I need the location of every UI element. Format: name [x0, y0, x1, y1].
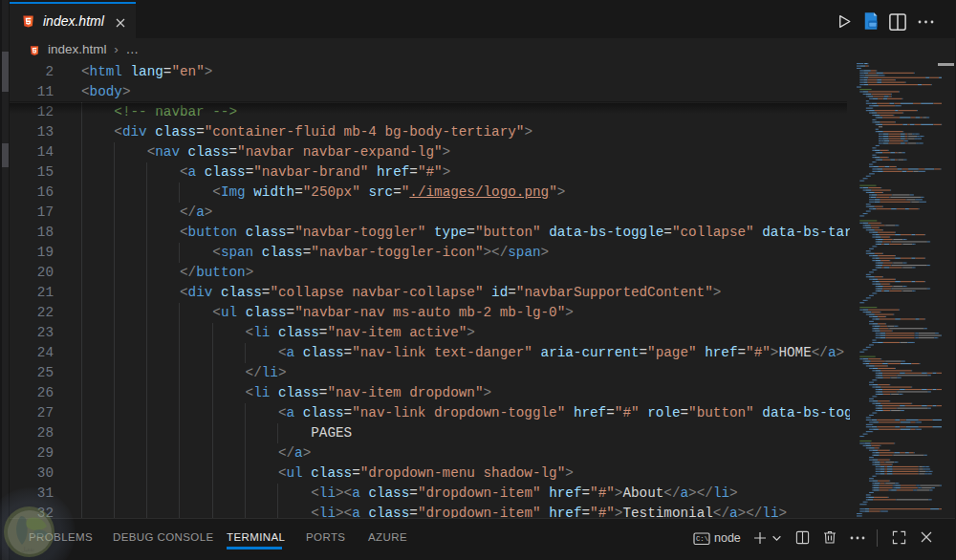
svg-text:تفعيل: تفعيل — [21, 547, 34, 552]
svg-text:C:\: C:\ — [696, 535, 708, 543]
